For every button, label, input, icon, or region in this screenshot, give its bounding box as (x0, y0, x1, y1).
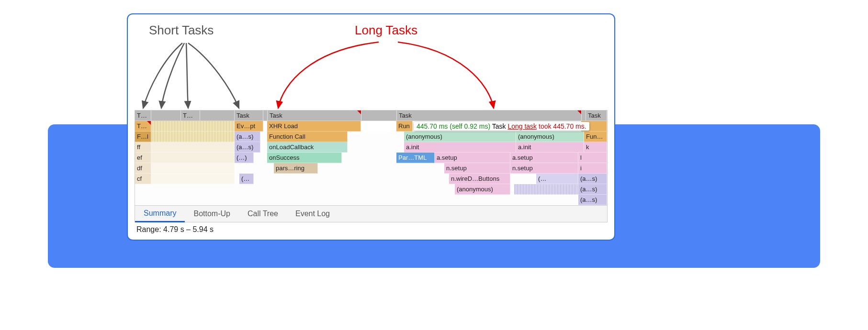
task-gap (151, 110, 181, 121)
flame-bar[interactable]: Run (396, 121, 413, 132)
flame-bar[interactable]: onLoadCallback (267, 142, 348, 153)
tooltip-time: 445.70 ms (self 0.92 ms) (417, 122, 490, 130)
flame-row: df pars…ring n.setup n.setup i (135, 163, 607, 174)
devtools-performance-panel: Short Tasks Long Tasks (127, 13, 615, 241)
flame-bar[interactable]: (a…s) (578, 195, 607, 205)
flame-bar[interactable]: (a…s) (578, 174, 607, 184)
task-gap (582, 110, 586, 121)
flame-bar[interactable]: (a…s) (235, 142, 260, 153)
task-bar[interactable]: T…k (135, 110, 151, 121)
tab-bottom-up[interactable]: Bottom-Up (185, 205, 238, 222)
task-gap (263, 110, 268, 121)
flame-bar[interactable]: Ev…pt (235, 121, 263, 132)
flame-bar-mini[interactable] (151, 142, 235, 153)
flame-chart[interactable]: T…k T… Task Task Task Task T…d Ev…pt XHR… (135, 110, 608, 205)
flame-bar[interactable]: Par…TML (396, 153, 435, 163)
flame-bar[interactable]: n.wireD…Buttons (449, 174, 510, 184)
annotation-short-tasks: Short Tasks (149, 23, 214, 38)
tooltip-label: Task (492, 122, 506, 130)
flame-bar[interactable]: (anonymous) (404, 132, 516, 142)
flame-bar[interactable]: (… (239, 174, 254, 184)
flame-bar[interactable]: (a…s) (578, 184, 607, 195)
flame-row: (a…s) (135, 195, 607, 205)
tab-summary[interactable]: Summary (135, 205, 185, 222)
flame-bar[interactable]: T…d (135, 121, 151, 132)
flame-bar[interactable]: (…) (235, 153, 254, 163)
task-gap (200, 110, 235, 121)
annotation-long-tasks: Long Tasks (355, 23, 417, 38)
flame-bar[interactable]: a.setup (510, 153, 578, 163)
tooltip-rest: took 445.70 ms. (539, 122, 586, 130)
flame-row: ef (…) onSuccess Par…TML a.setup a.setup… (135, 153, 607, 163)
task-bar[interactable]: T… (181, 110, 200, 121)
flame-row: ff (a…s) onLoadCallback a.init a.init k (135, 142, 607, 153)
flame-bar[interactable]: ff (135, 142, 151, 153)
annotation-layer: Short Tasks Long Tasks (135, 21, 608, 110)
flame-bar[interactable]: (… (536, 174, 578, 184)
flame-bar[interactable]: (anonymous) (455, 184, 510, 195)
flame-bar-mini[interactable] (151, 174, 235, 184)
flame-bar-mini[interactable] (151, 121, 235, 132)
flame-bar[interactable]: n.setup (510, 163, 578, 174)
task-bar-long[interactable]: Task (268, 110, 361, 121)
tab-event-log[interactable]: Event Log (287, 205, 338, 222)
flame-bar[interactable]: F…l (135, 132, 151, 142)
flame-bar[interactable]: df (135, 163, 151, 174)
task-bar[interactable]: Task (586, 110, 607, 121)
range-text: Range: 4.79 s – 5.94 s (135, 222, 608, 235)
flame-bar[interactable]: Fun…ll (584, 132, 607, 142)
flame-bar[interactable]: pars…ring (274, 163, 318, 174)
task-bar[interactable]: Task (235, 110, 263, 121)
flame-bar[interactable]: i (578, 163, 607, 174)
flame-gap (361, 121, 396, 132)
flame-bar[interactable]: k (584, 142, 607, 153)
task-bar-long[interactable]: Task (397, 110, 582, 121)
task-tooltip: 445.70 ms (self 0.92 ms) Task Long task … (414, 122, 589, 131)
flame-row: cf (… n.wireD…Buttons (… (a…s) (135, 174, 607, 184)
flame-bar[interactable]: (anonymous) (516, 132, 584, 142)
flame-bar[interactable]: onSuccess (267, 153, 342, 163)
flame-bar[interactable]: l (578, 153, 607, 163)
flame-row: (anonymous) (a…s) (135, 184, 607, 195)
flame-bar-mini[interactable] (151, 153, 235, 163)
tab-call-tree[interactable]: Call Tree (239, 205, 287, 222)
flame-bar[interactable]: cf (135, 174, 151, 184)
detail-tabs: Summary Bottom-Up Call Tree Event Log (135, 205, 608, 222)
flame-row: F…l (a…s) Function Call (anonymous) (ano… (135, 132, 607, 142)
flame-bar[interactable]: Function Call (267, 132, 348, 142)
flame-bar[interactable]: a.init (404, 142, 516, 153)
flame-bar[interactable]: (a…s) (235, 132, 260, 142)
flame-bar-mini[interactable] (151, 163, 235, 174)
flame-bar-mini[interactable] (151, 132, 235, 142)
flame-bar[interactable]: XHR Load (267, 121, 361, 132)
flame-bar[interactable]: n.setup (444, 163, 510, 174)
tooltip-link[interactable]: Long task (507, 122, 537, 130)
task-gap (361, 110, 397, 121)
flame-bar[interactable]: a.setup (435, 153, 510, 163)
flame-bar[interactable]: a.init (516, 142, 584, 153)
task-row: T…k T… Task Task Task Task (135, 110, 607, 121)
flame-bar[interactable]: ef (135, 153, 151, 163)
flame-bar-mini[interactable] (514, 184, 578, 195)
